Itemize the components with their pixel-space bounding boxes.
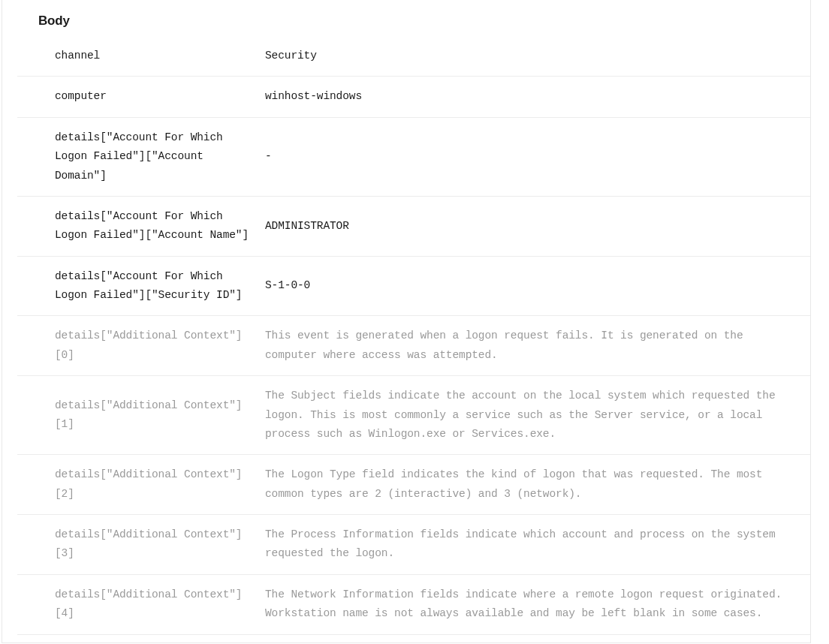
row-key: details["Additional Context"][0] — [17, 327, 250, 365]
row-key: details["Additional Context"][3] — [17, 525, 250, 564]
row-key: details["Additional Context"][2] — [17, 465, 250, 504]
row-key: channel — [17, 47, 250, 65]
row-value: The Subject fields indicate the account … — [265, 387, 810, 444]
table-row: details["Account For Which Logon Failed"… — [17, 197, 810, 257]
table-row: details["Additional Context"][3]The Proc… — [17, 515, 810, 575]
table-row: channelSecurity — [17, 36, 810, 77]
row-value: S-1-0-0 — [265, 276, 810, 295]
row-value: The Logon Type field indicates the kind … — [265, 465, 810, 504]
table-row: computerwinhost-windows — [17, 77, 810, 117]
row-value: Security — [265, 47, 810, 65]
row-key: details["Account For Which Logon Failed"… — [17, 267, 250, 305]
table-row: details["Account For Which Logon Failed"… — [17, 257, 810, 317]
row-key: details["Additional Context"][4] — [17, 585, 250, 624]
row-value: The Network Information fields indicate … — [265, 585, 810, 624]
row-key: details["Additional Context"][1] — [17, 396, 250, 435]
row-value: The Process Information fields indicate … — [265, 525, 810, 564]
table-row: details["Additional Context"][2]The Logo… — [17, 455, 810, 515]
body-table: channelSecuritycomputerwinhost-windowsde… — [17, 36, 810, 635]
row-value: - — [265, 147, 810, 166]
section-title: Body — [2, 0, 810, 32]
row-key: details["Account For Which Logon Failed"… — [17, 207, 250, 245]
row-value: This event is generated when a logon req… — [265, 327, 810, 365]
table-row: details["Additional Context"][4]The Netw… — [17, 575, 810, 635]
row-value: winhost-windows — [265, 87, 810, 106]
table-row: details["Account For Which Logon Failed"… — [17, 118, 810, 197]
row-value: ADMINISTRATOR — [265, 217, 810, 236]
table-row: details["Additional Context"][0]This eve… — [17, 316, 810, 376]
row-key: computer — [17, 87, 250, 106]
row-key: details["Account For Which Logon Failed"… — [17, 128, 250, 185]
body-panel: Body channelSecuritycomputerwinhost-wind… — [2, 0, 811, 643]
table-row: details["Additional Context"][1]The Subj… — [17, 376, 810, 455]
